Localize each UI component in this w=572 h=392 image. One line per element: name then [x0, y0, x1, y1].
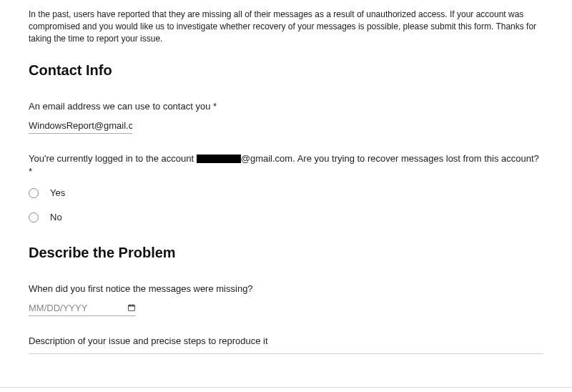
- contact-heading: Contact Info: [29, 60, 543, 80]
- email-field-group: An email address we can use to contact y…: [29, 100, 543, 133]
- description-input[interactable]: [29, 353, 543, 354]
- date-input[interactable]: [29, 300, 114, 315]
- radio-circle-icon: [29, 212, 39, 222]
- date-input-wrap[interactable]: [29, 300, 136, 316]
- email-label: An email address we can use to contact y…: [29, 100, 543, 113]
- email-input[interactable]: [29, 118, 132, 134]
- radio-yes-label: Yes: [50, 187, 65, 200]
- radio-group: Yes No: [29, 187, 543, 224]
- svg-rect-2: [130, 304, 131, 306]
- date-field-group: When did you first notice the messages w…: [29, 283, 543, 315]
- logged-in-prefix: You're currently logged in to the accoun…: [29, 153, 197, 164]
- radio-yes[interactable]: Yes: [29, 187, 543, 200]
- redacted-username: [197, 155, 241, 163]
- description-label: Description of your issue and precise st…: [29, 335, 543, 348]
- intro-text: In the past, users have reported that th…: [29, 9, 543, 44]
- radio-circle-icon: [29, 188, 39, 198]
- calendar-icon: [127, 303, 136, 312]
- radio-no[interactable]: No: [29, 211, 543, 224]
- account-confirm-group: You're currently logged in to the accoun…: [29, 152, 543, 225]
- radio-no-label: No: [50, 211, 62, 224]
- problem-heading: Describe the Problem: [29, 242, 543, 263]
- logged-in-domain: @gmail.com: [241, 153, 292, 164]
- description-field-group: Description of your issue and precise st…: [29, 335, 543, 354]
- date-label: When did you first notice the messages w…: [29, 283, 543, 295]
- bottom-bar: SUBMIT * Required field: [0, 387, 572, 392]
- logged-in-question: You're currently logged in to the accoun…: [29, 152, 543, 178]
- svg-rect-3: [133, 304, 134, 306]
- svg-rect-1: [129, 305, 135, 307]
